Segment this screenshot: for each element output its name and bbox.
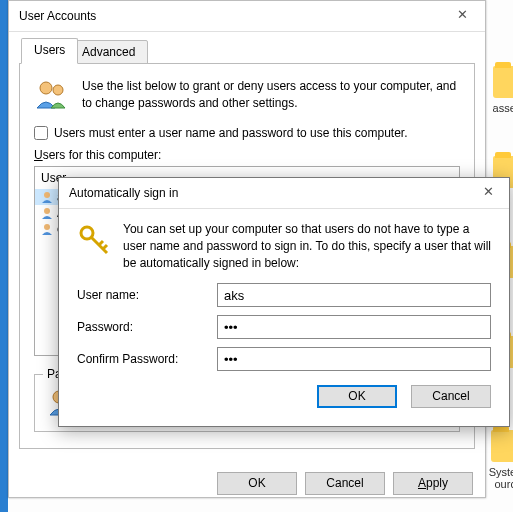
- password-row: Password:: [77, 315, 491, 339]
- keys-icon: [77, 223, 111, 257]
- confirm-password-label: Confirm Password:: [77, 352, 217, 366]
- password-label: Password:: [77, 320, 217, 334]
- ok-button[interactable]: OK: [317, 385, 397, 408]
- ok-button[interactable]: OK: [217, 472, 297, 495]
- intro-row: You can set up your computer so that use…: [77, 221, 491, 271]
- left-edge-strip: [0, 0, 8, 512]
- tab-users[interactable]: Users: [21, 38, 78, 64]
- user-icon: [40, 190, 54, 204]
- password-input[interactable]: [217, 315, 491, 339]
- users-icon: [34, 78, 70, 110]
- dialog-buttons: OK Cancel AApplypply: [9, 462, 485, 497]
- user-icon: [40, 222, 54, 236]
- auto-signin-dialog: Automatically sign in ✕ You can set up y…: [58, 177, 510, 427]
- close-button[interactable]: ✕: [445, 5, 479, 27]
- user-icon: [40, 206, 54, 220]
- confirm-password-input[interactable]: [217, 347, 491, 371]
- folder-icon: [493, 66, 513, 98]
- svg-point-3: [44, 208, 50, 214]
- username-row: User name:: [77, 283, 491, 307]
- cancel-button[interactable]: Cancel: [411, 385, 491, 408]
- svg-point-4: [44, 224, 50, 230]
- svg-point-0: [40, 82, 52, 94]
- titlebar[interactable]: Automatically sign in ✕: [59, 178, 509, 208]
- must-enter-password-checkbox[interactable]: [34, 126, 48, 140]
- dialog-buttons: OK Cancel: [77, 385, 491, 408]
- separator: [9, 31, 485, 32]
- intro-row: Use the list below to grant or deny user…: [34, 78, 460, 112]
- close-button[interactable]: ✕: [471, 182, 505, 204]
- apply-button[interactable]: AApplypply: [393, 472, 473, 495]
- svg-point-2: [44, 192, 50, 198]
- dialog-body: You can set up your computer so that use…: [59, 209, 509, 426]
- tab-strip: Users Advanced: [19, 38, 475, 64]
- tab-advanced[interactable]: Advanced: [69, 40, 148, 64]
- titlebar[interactable]: User Accounts ✕: [9, 1, 485, 31]
- confirm-password-row: Confirm Password:: [77, 347, 491, 371]
- intro-text: You can set up your computer so that use…: [123, 221, 491, 271]
- folder-label: assembl: [483, 102, 513, 114]
- username-input[interactable]: [217, 283, 491, 307]
- users-list-label: Users for this computer:: [34, 148, 460, 162]
- svg-point-1: [53, 85, 63, 95]
- folder-assembl[interactable]: assembl: [483, 66, 513, 114]
- cancel-button[interactable]: Cancel: [305, 472, 385, 495]
- username-label: User name:: [77, 288, 217, 302]
- window-title: User Accounts: [19, 9, 445, 23]
- intro-text: Use the list below to grant or deny user…: [82, 78, 460, 112]
- must-enter-password-row[interactable]: Users must enter a user name and passwor…: [34, 126, 460, 140]
- checkbox-label: Users must enter a user name and passwor…: [54, 126, 408, 140]
- dialog-title: Automatically sign in: [69, 186, 471, 200]
- folder-icon: [491, 430, 513, 462]
